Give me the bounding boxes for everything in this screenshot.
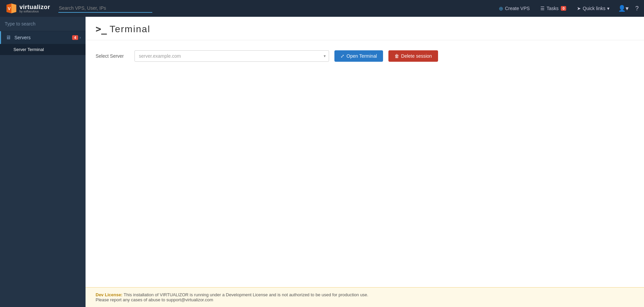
servers-label: Servers: [14, 35, 72, 40]
logo[interactable]: V virtualizor by softaculous: [5, 2, 50, 14]
logo-main-text: virtualizor: [19, 4, 50, 10]
create-vps-button[interactable]: ⊕ Create VPS: [497, 4, 532, 13]
footer-notice: Dev License: This installation of VIRTUA…: [86, 287, 644, 307]
svg-marker-2: [11, 4, 16, 13]
server-terminal-label: Server Terminal: [13, 47, 44, 52]
trash-icon: 🗑: [394, 53, 399, 59]
server-select-dropdown[interactable]: server.example.com: [135, 50, 329, 62]
page-title: Terminal: [110, 24, 151, 35]
page-header: >_ Terminal: [86, 17, 644, 40]
tasks-list-icon: ☰: [540, 6, 545, 11]
delete-session-button[interactable]: 🗑 Delete session: [388, 50, 438, 62]
svg-text:V: V: [8, 6, 11, 11]
tasks-button[interactable]: ☰ Tasks 0: [538, 4, 568, 12]
sidebar: Type to search 🖥 Servers 4 › Server Term…: [0, 17, 86, 307]
logo-icon: V: [5, 2, 17, 14]
create-vps-label: Create VPS: [505, 6, 530, 11]
logo-text: virtualizor by softaculous: [19, 4, 50, 13]
user-chevron-icon: ▾: [626, 5, 629, 12]
open-terminal-button[interactable]: ⤢ Open Terminal: [334, 50, 383, 62]
user-icon: 👤: [618, 5, 626, 12]
quick-links-button[interactable]: ➤ Quick links ▾: [575, 4, 611, 12]
chevron-down-icon: ▾: [607, 6, 609, 11]
page-body: Select Server server.example.com ▾ ⤢ Ope…: [86, 40, 644, 287]
main-layout: Type to search 🖥 Servers 4 › Server Term…: [0, 17, 644, 307]
quick-links-label: Quick links: [583, 6, 605, 11]
servers-icon: 🖥: [6, 35, 11, 41]
terminal-icon: >_: [96, 23, 107, 35]
navbar-search-input[interactable]: [58, 4, 152, 13]
footer-bold-text: Dev License:: [96, 292, 122, 297]
quick-links-icon: ➤: [577, 6, 581, 11]
delete-session-label: Delete session: [401, 53, 432, 59]
help-icon: ?: [635, 5, 639, 12]
sidebar-search-area[interactable]: Type to search: [0, 17, 86, 31]
servers-badge: 4: [72, 35, 78, 40]
navbar-right: ⊕ Create VPS ☰ Tasks 0 ➤ Quick links ▾ 👤…: [497, 4, 639, 13]
sidebar-item-server-terminal[interactable]: Server Terminal: [0, 44, 86, 55]
sidebar-search-placeholder: Type to search: [5, 21, 36, 27]
plus-icon: ⊕: [499, 5, 503, 12]
navbar: V virtualizor by softaculous ⊕ Create VP…: [0, 0, 644, 17]
open-terminal-label: Open Terminal: [346, 53, 377, 59]
external-link-icon: ⤢: [340, 53, 344, 59]
server-select-row: Select Server server.example.com ▾ ⤢ Ope…: [96, 50, 634, 62]
footer-message: This installation of VIRTUALIZOR is runn…: [96, 292, 368, 302]
select-server-label: Select Server: [96, 53, 129, 59]
content-area: >_ Terminal Select Server server.example…: [86, 17, 644, 307]
help-button[interactable]: ?: [635, 5, 639, 12]
logo-sub-text: by softaculous: [19, 10, 50, 13]
sidebar-item-servers[interactable]: 🖥 Servers 4 ›: [0, 31, 86, 44]
server-select-wrapper: server.example.com ▾: [135, 50, 329, 62]
servers-chevron-icon: ›: [79, 35, 81, 40]
tasks-label: Tasks: [546, 6, 558, 11]
tasks-badge: 0: [561, 6, 566, 11]
user-menu-button[interactable]: 👤 ▾: [618, 5, 629, 12]
